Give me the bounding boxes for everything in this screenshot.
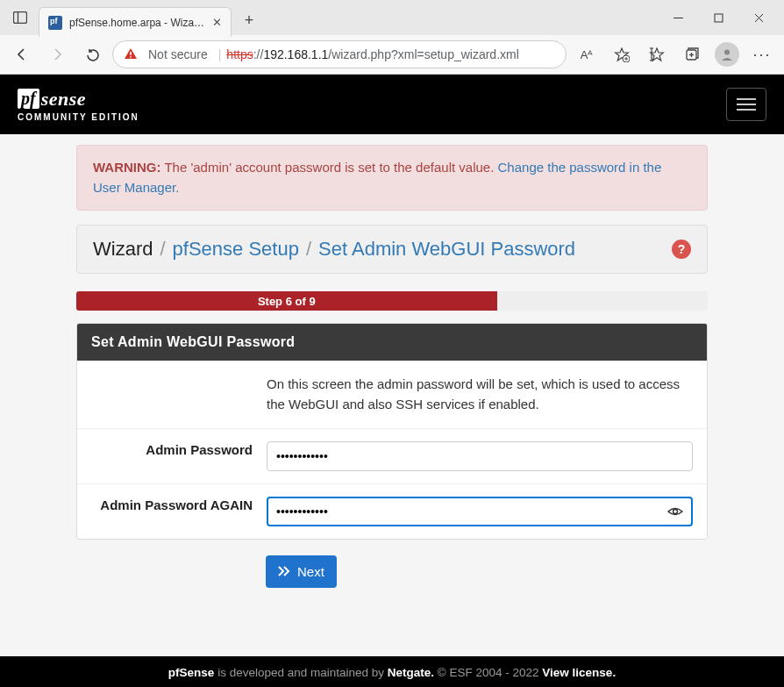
admin-password-again-input[interactable]	[267, 497, 693, 526]
next-chevrons-icon	[278, 564, 290, 579]
footer-copyright: © ESF 2004 - 2022	[434, 666, 542, 679]
tab-close-icon[interactable]: ✕	[212, 16, 222, 29]
svg-point-17	[724, 50, 730, 55]
brand-logo[interactable]: pfsense COMMUNITY EDITION	[18, 88, 139, 122]
nav-forward-button[interactable]	[42, 40, 72, 68]
nav-back-button[interactable]	[7, 40, 37, 68]
admin-password-again-label: Admin Password AGAIN	[91, 497, 267, 514]
svg-rect-0	[14, 12, 27, 24]
nav-refresh-button[interactable]	[77, 40, 107, 68]
new-tab-button[interactable]: +	[237, 8, 261, 32]
breadcrumb: Wizard / pfSense Setup / Set Admin WebGU…	[76, 225, 708, 274]
wizard-progress: Step 6 of 9	[76, 291, 708, 311]
help-icon[interactable]: ?	[672, 240, 691, 259]
app-navbar: pfsense COMMUNITY EDITION	[0, 75, 784, 134]
footer-company-link[interactable]: Netgate.	[388, 666, 434, 679]
next-button[interactable]: Next	[266, 555, 337, 588]
breadcrumb-current-link[interactable]: Set Admin WebGUI Password	[318, 238, 575, 261]
more-menu-button[interactable]: ···	[747, 40, 777, 68]
url-path: /wizard.php?xml=setup_wizard.xml	[328, 47, 518, 61]
address-bar[interactable]: Not secure | https://192.168.1.1/wizard.…	[112, 40, 567, 68]
tab-favicon	[48, 16, 62, 30]
footer-mid: is developed and maintained by	[214, 666, 387, 679]
collections-button[interactable]	[677, 40, 707, 68]
admin-password-input[interactable]	[267, 441, 693, 471]
brand-pf: pf	[18, 89, 39, 109]
window-maximize-button[interactable]	[698, 4, 738, 32]
warning-text: The 'admin' account password is set to t…	[161, 160, 498, 175]
page-footer: pfSense is developed and maintained by N…	[0, 656, 784, 687]
svg-point-18	[674, 510, 678, 514]
password-panel: Set Admin WebGUI Password On this screen…	[76, 323, 708, 540]
brand-sense: sense	[41, 88, 86, 111]
tab-actions-icon[interactable]	[5, 5, 35, 30]
warning-label: WARNING:	[93, 160, 161, 175]
next-button-label: Next	[297, 564, 324, 579]
footer-license-link[interactable]: View license.	[542, 666, 616, 679]
url-protocol: https	[226, 47, 253, 61]
browser-tab[interactable]: pfSense.home.arpa - Wizard: pfS ✕	[39, 7, 232, 37]
menu-toggle-button[interactable]	[726, 88, 766, 121]
security-warning-icon	[124, 47, 138, 62]
window-minimize-button[interactable]	[658, 4, 698, 32]
footer-product: pfSense	[168, 666, 215, 679]
reveal-password-icon[interactable]	[666, 503, 684, 524]
panel-heading: Set Admin WebGUI Password	[77, 324, 707, 361]
reader-mode-button[interactable]: Aᴬ	[572, 40, 602, 68]
brand-edition: COMMUNITY EDITION	[18, 112, 139, 122]
window-close-button[interactable]	[738, 4, 779, 32]
profile-button[interactable]	[712, 40, 742, 68]
admin-password-label: Admin Password	[91, 441, 267, 459]
tab-title: pfSense.home.arpa - Wizard: pfS	[69, 17, 207, 29]
svg-rect-6	[130, 52, 132, 55]
not-secure-label: Not secure	[148, 47, 208, 61]
svg-rect-7	[130, 56, 132, 58]
url-host: 192.168.1.1	[263, 47, 328, 61]
warning-alert: WARNING: The 'admin' account password is…	[76, 145, 708, 211]
panel-description: On this screen the admin password will b…	[77, 361, 707, 429]
svg-rect-3	[715, 14, 723, 22]
breadcrumb-root: Wizard	[93, 238, 153, 261]
progress-bar-label: Step 6 of 9	[76, 291, 497, 311]
favorites-bar-button[interactable]	[642, 40, 672, 68]
breadcrumb-setup-link[interactable]: pfSense Setup	[173, 238, 299, 261]
favorite-button[interactable]	[607, 40, 637, 68]
